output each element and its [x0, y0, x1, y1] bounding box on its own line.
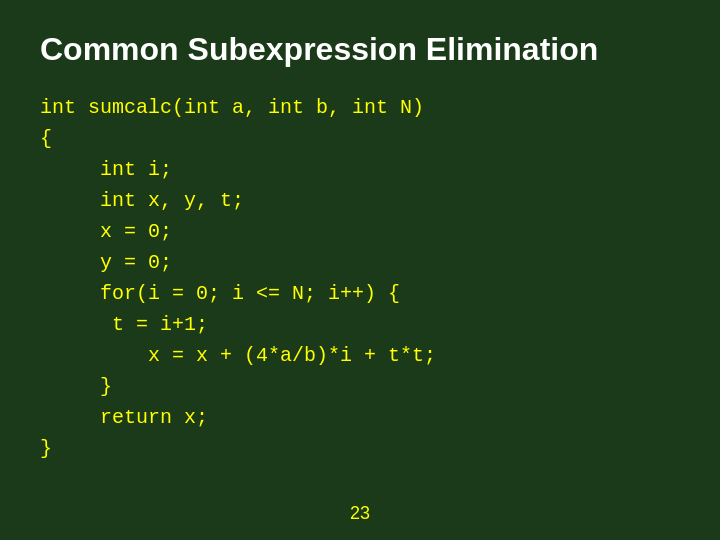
slide-title: Common Subexpression Elimination — [40, 30, 598, 68]
page-number: 23 — [350, 503, 370, 524]
code-block: int sumcalc(int a, int b, int N) { int i… — [40, 92, 436, 464]
